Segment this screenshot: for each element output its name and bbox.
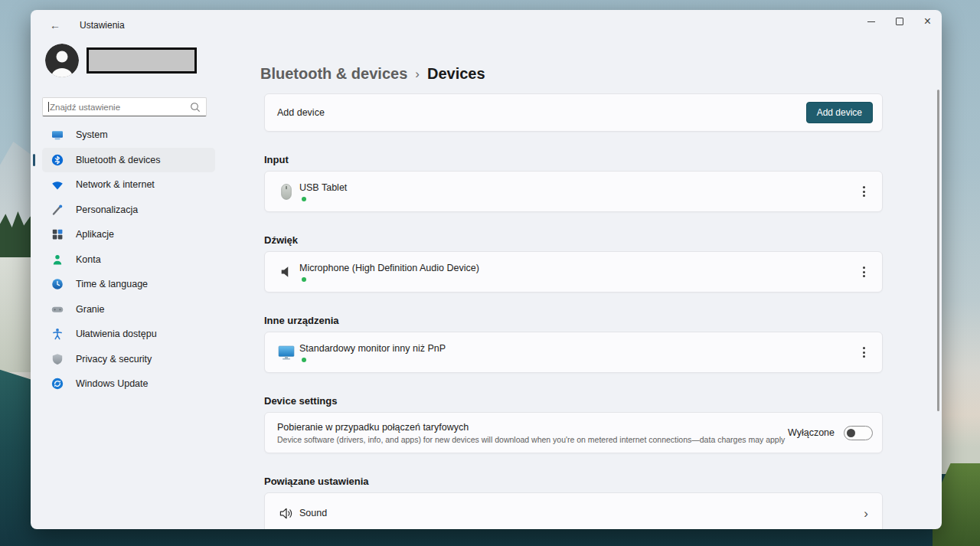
status-dot-connected [302,277,306,282]
section-header-other-devices: Inne urządzenia [264,314,883,327]
accounts-icon [51,253,64,266]
status-dot-connected [302,358,306,362]
sidebar-item-accounts[interactable]: Konta [42,247,215,273]
speaker-icon [275,265,298,279]
breadcrumb-parent[interactable]: Bluetooth & devices [260,65,407,83]
bluetooth-icon [51,154,64,166]
scrollbar[interactable] [937,90,939,411]
network-icon [51,178,64,191]
sidebar-item-label: Personalizacja [76,204,138,215]
more-options-button[interactable] [860,262,868,282]
add-device-row: Add device Add device [264,93,883,132]
section-header-device-settings: Device settings [264,394,883,407]
sidebar-item-label: Windows Update [76,378,149,389]
system-icon [51,129,64,141]
search-box[interactable] [42,97,207,116]
toggle-state-label: Wyłączone [788,427,835,438]
minimize-icon [867,21,875,22]
chevron-right-icon: › [864,507,868,520]
search-input[interactable] [50,103,190,112]
sidebar-item-windows-update[interactable]: Windows Update [42,371,215,397]
sidebar-item-personalization[interactable]: Personalizacja [42,198,215,223]
device-name: Microphone (High Definition Audio Device… [299,263,479,273]
sidebar-item-bluetooth-devices[interactable]: Bluetooth & devices [42,148,215,173]
close-button[interactable]: × [913,10,942,33]
sidebar-item-label: System [76,129,108,140]
time-language-icon [51,278,64,290]
accessibility-icon [51,328,64,340]
section-header-sound: Dźwięk [264,234,883,247]
monitor-icon [275,345,298,360]
sidebar-item-time-language[interactable]: Time & language [42,272,215,297]
gaming-icon [51,303,64,316]
setting-description: Device software (drivers, info, and apps… [277,435,785,444]
personalization-icon [51,204,64,216]
setting-title: Pobieranie w przypadku połączeń taryfowy… [277,422,785,433]
text-caret [48,102,49,112]
maximize-button[interactable] [885,10,913,33]
window-title: Ustawienia [80,20,125,31]
back-button[interactable]: ← [46,16,64,34]
sidebar-item-label: Privacy & security [76,354,152,365]
titlebar[interactable]: ← Ustawienia × [31,10,942,41]
sidebar-item-label: Aplikacje [76,229,114,240]
minimize-button[interactable] [857,10,885,33]
device-row-microphone[interactable]: Microphone (High Definition Audio Device… [264,251,883,293]
more-options-button[interactable] [860,181,868,201]
add-device-label: Add device [277,107,325,118]
add-device-button[interactable]: Add device [806,102,873,123]
sidebar-item-label: Konta [76,254,101,265]
user-name-redacted [87,47,197,74]
privacy-icon [51,353,64,365]
section-header-input: Input [264,153,883,166]
metered-downloads-toggle[interactable] [844,426,873,440]
apps-icon [51,228,64,240]
breadcrumb: Bluetooth & devices › Devices [260,65,485,83]
sidebar-nav: System Bluetooth & devices Network & int… [42,123,215,397]
device-name: Standardowy monitor inny niż PnP [299,343,446,354]
metered-downloads-row: Pobieranie w przypadku połączeń taryfowy… [264,412,883,453]
settings-window: ← Ustawienia × System [31,10,942,529]
related-row-sound[interactable]: Sound › [264,492,883,529]
avatar[interactable] [45,44,79,77]
sidebar-item-label: Time & language [76,279,148,289]
toggle-knob [847,429,855,437]
sidebar-item-label: Network & internet [76,179,155,190]
status-dot-connected [302,197,306,201]
close-icon: × [924,15,931,28]
maximize-icon [896,18,903,25]
related-link-label: Sound [299,508,327,518]
sidebar-item-privacy-security[interactable]: Privacy & security [42,347,215,372]
sound-icon [275,506,298,521]
chevron-right-icon: › [415,66,420,82]
device-row-monitor[interactable]: Standardowy monitor inny niż PnP [264,332,883,373]
windows-update-icon [51,378,64,390]
device-row-usb-tablet[interactable]: USB Tablet [264,171,883,212]
avatar-silhouette-icon [45,44,79,77]
sidebar-item-gaming[interactable]: Granie [42,297,215,322]
sidebar-item-label: Bluetooth & devices [76,155,161,165]
device-name: USB Tablet [299,182,347,193]
sidebar-item-accessibility[interactable]: Ułatwienia dostępu [42,322,215,347]
sidebar-item-network-internet[interactable]: Network & internet [42,172,215,198]
page-title: Devices [427,65,485,83]
mouse-icon [275,182,298,201]
section-header-related-settings: Powiązane ustawienia [264,475,883,488]
search-icon [190,102,201,113]
sidebar-item-label: Ułatwienia dostępu [76,329,157,339]
back-arrow-icon: ← [50,19,60,31]
sidebar-item-label: Granie [76,304,105,315]
sidebar-item-apps[interactable]: Aplikacje [42,222,215,247]
sidebar-item-system[interactable]: System [42,123,215,148]
more-options-button[interactable] [860,342,868,362]
